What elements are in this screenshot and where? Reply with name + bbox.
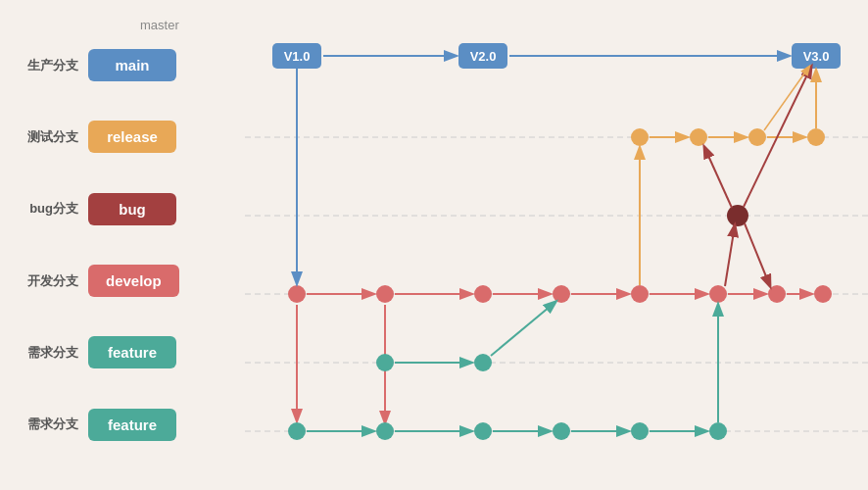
branch-tag-feature1: feature: [88, 336, 176, 368]
svg-line-48: [491, 302, 555, 356]
svg-point-51: [376, 422, 394, 440]
svg-text:V3.0: V3.0: [803, 49, 830, 64]
svg-point-32: [807, 128, 825, 146]
git-diagram-svg: V1.0 V2.0 V3.0: [245, 0, 868, 490]
branch-tag-feature2: feature: [88, 409, 176, 441]
svg-point-15: [474, 285, 492, 303]
svg-text:V1.0: V1.0: [284, 49, 311, 64]
svg-point-14: [376, 285, 394, 303]
svg-point-54: [631, 422, 649, 440]
svg-point-30: [690, 128, 707, 146]
branch-tag-develop: develop: [88, 265, 179, 297]
svg-point-38: [727, 205, 748, 226]
svg-point-29: [631, 128, 649, 146]
branch-row-develop: 开发分支 develop: [20, 252, 235, 311]
svg-line-40: [704, 147, 732, 208]
diagram-container: master 生产分支 main 测试分支 release bug分支 bug …: [0, 0, 868, 490]
svg-line-39: [725, 225, 735, 286]
branch-row-release: 测试分支 release: [20, 108, 235, 167]
svg-point-46: [474, 354, 492, 371]
svg-point-52: [474, 422, 492, 440]
svg-point-17: [631, 285, 649, 303]
svg-point-16: [553, 285, 570, 303]
svg-point-50: [288, 422, 306, 440]
left-panel: 生产分支 main 测试分支 release bug分支 bug 开发分支 de…: [0, 0, 245, 490]
branch-row-feature2: 需求分支 feature: [20, 395, 235, 454]
branch-row-main: 生产分支 main: [20, 36, 235, 95]
svg-point-45: [376, 354, 394, 371]
branch-label-feature2: 需求分支: [20, 416, 78, 433]
svg-point-55: [709, 422, 727, 440]
svg-point-13: [288, 285, 306, 303]
svg-point-19: [768, 285, 786, 303]
branch-row-bug: bug分支 bug: [20, 179, 235, 238]
svg-point-20: [814, 285, 832, 303]
branch-tag-bug: bug: [88, 193, 176, 225]
branch-row-feature1: 需求分支 feature: [20, 323, 235, 382]
svg-point-53: [553, 422, 570, 440]
branch-tag-release: release: [88, 121, 176, 153]
svg-point-31: [748, 128, 766, 146]
branch-tag-main: main: [88, 49, 176, 81]
svg-line-42: [745, 223, 770, 286]
branch-label-release: 测试分支: [20, 128, 78, 146]
branch-label-bug: bug分支: [20, 200, 78, 218]
branch-label-develop: 开发分支: [20, 272, 78, 290]
branch-label-main: 生产分支: [20, 57, 78, 74]
branch-label-feature1: 需求分支: [20, 344, 78, 362]
svg-point-18: [709, 285, 727, 303]
svg-line-43: [764, 67, 809, 130]
svg-text:V2.0: V2.0: [470, 49, 497, 64]
